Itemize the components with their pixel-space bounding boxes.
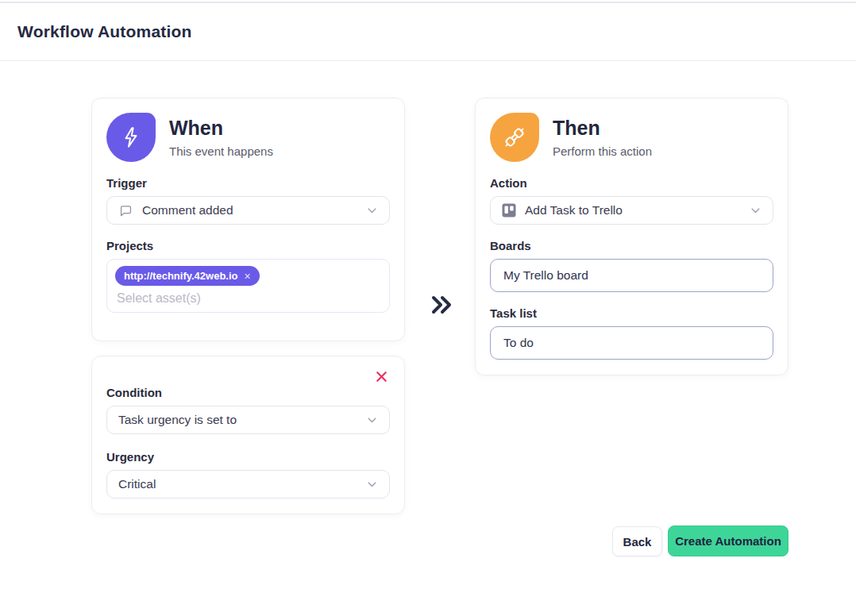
page-header: Workflow Automation: [0, 3, 856, 61]
urgency-select[interactable]: Critical: [106, 470, 390, 499]
chevron-down-icon: [366, 414, 378, 426]
condition-value: Task urgency is set to: [118, 413, 237, 427]
then-card-heading: Then Perform this action: [553, 113, 652, 158]
back-button[interactable]: Back: [612, 526, 662, 556]
lightning-icon: [106, 113, 156, 162]
trigger-label: Trigger: [106, 176, 390, 190]
action-select[interactable]: Add Task to Trello: [490, 196, 773, 225]
condition-label: Condition: [106, 386, 390, 399]
then-fields: Action Add Task to Trello Boards: [476, 176, 788, 360]
condition-fields: Condition Task urgency is set to Urgency…: [92, 356, 404, 499]
when-fields: Trigger Comment added Projects http://t: [92, 176, 404, 313]
plug-icon: [490, 113, 539, 162]
condition-select[interactable]: Task urgency is set to: [106, 406, 390, 434]
when-card-header: When This event happens: [92, 98, 404, 162]
workflow-automation-page: Workflow Automation When This event happ…: [0, 0, 856, 616]
chevron-down-icon: [366, 205, 378, 217]
chevron-down-icon: [750, 205, 762, 217]
chevron-down-icon: [366, 479, 378, 491]
create-automation-button[interactable]: Create Automation: [668, 526, 789, 556]
project-tag-label: http://technify.42web.io: [124, 270, 238, 282]
urgency-label: Urgency: [106, 450, 390, 464]
action-label: Action: [490, 176, 773, 190]
trigger-value: Comment added: [142, 203, 233, 218]
double-chevron-right-icon: [426, 290, 456, 323]
projects-placeholder: Select asset(s): [115, 291, 381, 306]
remove-tag-icon[interactable]: ×: [245, 271, 251, 282]
then-card-header: Then Perform this action: [476, 98, 788, 162]
task-list-input[interactable]: [490, 326, 773, 360]
trigger-select[interactable]: Comment added: [106, 196, 390, 225]
when-title: When: [169, 117, 273, 140]
comment-icon: [118, 203, 133, 218]
projects-label: Projects: [106, 239, 390, 252]
close-icon[interactable]: [372, 368, 390, 385]
urgency-value: Critical: [118, 477, 156, 491]
then-card: Then Perform this action Action Add Task…: [475, 98, 789, 375]
boards-label: Boards: [490, 239, 773, 252]
trello-icon: [502, 203, 516, 218]
boards-input[interactable]: [490, 259, 773, 292]
task-list-label: Task list: [490, 306, 773, 320]
then-title: Then: [553, 117, 652, 140]
when-card-heading: When This event happens: [169, 113, 273, 158]
action-value: Add Task to Trello: [525, 203, 623, 218]
projects-multiselect[interactable]: http://technify.42web.io × Select asset(…: [106, 259, 390, 313]
when-subtitle: This event happens: [169, 144, 273, 158]
project-tag: http://technify.42web.io ×: [115, 266, 260, 286]
page-title: Workflow Automation: [17, 22, 192, 41]
then-subtitle: Perform this action: [553, 144, 652, 158]
condition-card: Condition Task urgency is set to Urgency…: [91, 356, 405, 514]
when-card: When This event happens Trigger Comment …: [91, 98, 405, 341]
